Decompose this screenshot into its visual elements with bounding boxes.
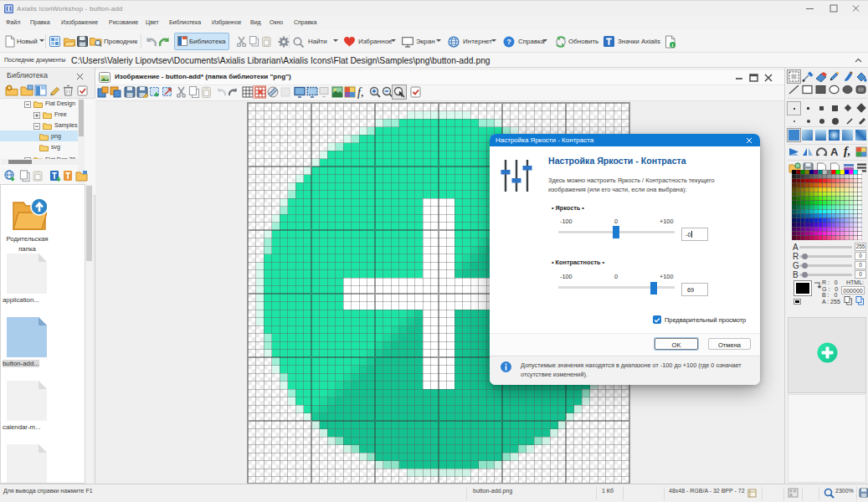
svg-text:?: ? <box>506 38 511 46</box>
svg-text:i: i <box>672 42 674 48</box>
